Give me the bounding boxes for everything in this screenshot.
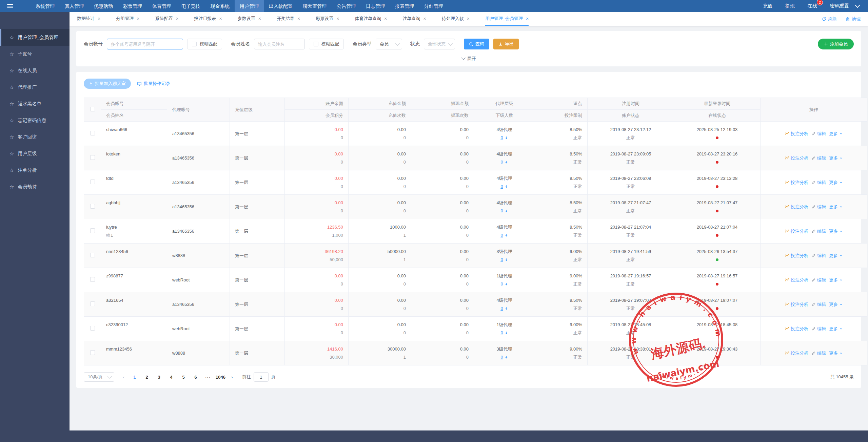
subordinates-link[interactable]: 0 <box>500 184 503 190</box>
page-number-button[interactable]: ··· <box>203 372 212 382</box>
sidebar-item[interactable]: ☆ 用户层级 <box>0 145 70 162</box>
sidebar-item[interactable]: ☆ 返水黑名单 <box>0 96 70 112</box>
nav-item[interactable]: 出入款配置 <box>264 0 298 12</box>
tab[interactable]: 注单查询 × <box>403 12 426 26</box>
page-number-button[interactable]: 6 <box>191 372 200 382</box>
subordinates-link[interactable]: 0 <box>500 257 503 263</box>
bet-analysis-link[interactable]: 投注分析 <box>785 155 808 161</box>
bet-analysis-link[interactable]: 投注分析 <box>785 326 808 332</box>
bet-analysis-link[interactable]: 投注分析 <box>785 277 808 283</box>
tab-close-icon[interactable]: × <box>526 16 529 21</box>
nav-item[interactable]: 彩票管理 <box>118 0 147 12</box>
edit-link[interactable]: 编辑 <box>811 228 826 234</box>
goto-page-input[interactable] <box>254 372 269 382</box>
checkbox-icon[interactable] <box>314 42 318 46</box>
nav-item[interactable]: 现金系统 <box>205 0 235 12</box>
select-all-checkbox[interactable] <box>90 107 95 111</box>
nav-item[interactable]: 聊天室管理 <box>298 0 332 12</box>
status-select[interactable]: 全部状态 <box>424 39 455 49</box>
batch-operation-log-link[interactable]: 批量操作记录 <box>137 81 170 87</box>
more-link[interactable]: 更多 <box>829 204 843 210</box>
nav-item[interactable]: 电子竞技 <box>176 0 205 12</box>
refresh-button[interactable]: 刷新 <box>822 16 837 22</box>
more-link[interactable]: 更多 <box>829 131 843 137</box>
hamburger-menu-icon[interactable] <box>0 4 20 8</box>
more-link[interactable]: 更多 <box>829 180 843 186</box>
tab[interactable]: 用户管理_会员管理 × <box>485 12 529 26</box>
subordinates-link[interactable]: 0 <box>500 208 503 214</box>
page-size-select[interactable]: 10条/页 <box>84 372 114 382</box>
nav-recharge-link[interactable]: 充值 <box>763 3 772 9</box>
row-checkbox[interactable] <box>90 326 95 331</box>
row-checkbox[interactable] <box>90 350 95 355</box>
page-number-button[interactable]: 1046 <box>216 372 225 382</box>
member-type-select[interactable]: 会员 <box>376 39 402 49</box>
nav-item[interactable]: 优惠活动 <box>89 0 118 12</box>
tab-close-icon[interactable]: × <box>258 16 261 21</box>
more-link[interactable]: 更多 <box>829 277 843 283</box>
bet-analysis-link[interactable]: 投注分析 <box>785 228 808 234</box>
tab[interactable]: 开奖结果 × <box>277 12 300 26</box>
member-name-input[interactable] <box>254 39 305 49</box>
row-checkbox[interactable] <box>90 253 95 257</box>
tab[interactable]: 参数设置 × <box>238 12 261 26</box>
edit-link[interactable]: 编辑 <box>811 301 826 308</box>
edit-link[interactable]: 编辑 <box>811 253 826 259</box>
bet-analysis-link[interactable]: 投注分析 <box>785 180 808 186</box>
sidebar-item[interactable]: ☆ 子账号 <box>0 46 70 62</box>
edit-link[interactable]: 编辑 <box>811 131 826 137</box>
chevron-down-icon[interactable] <box>855 3 860 8</box>
fuzzy-match-checkbox-name[interactable]: 模糊匹配 <box>309 39 344 49</box>
subordinates-link[interactable]: 0 <box>500 330 503 336</box>
prev-page-button[interactable]: ‹ <box>119 372 129 382</box>
query-button[interactable]: 查询 <box>464 39 489 49</box>
bet-analysis-link[interactable]: 投注分析 <box>785 301 808 308</box>
sidebar-item[interactable]: ☆ 用户管理_会员管理 <box>0 29 70 46</box>
more-link[interactable]: 更多 <box>829 228 843 234</box>
tab-close-icon[interactable]: × <box>137 16 139 21</box>
nav-item[interactable]: 用户管理 <box>235 0 264 12</box>
row-checkbox[interactable] <box>90 301 95 306</box>
more-link[interactable]: 更多 <box>829 253 843 259</box>
bet-analysis-link[interactable]: 投注分析 <box>785 204 808 210</box>
nav-item[interactable]: 公告管理 <box>332 0 361 12</box>
add-member-button[interactable]: 添加会员 <box>818 39 854 49</box>
tab[interactable]: 分组管理 × <box>116 12 139 26</box>
tab-close-icon[interactable]: × <box>336 16 339 21</box>
nav-reset-password-link[interactable]: 密码重置 <box>830 3 849 9</box>
sidebar-item[interactable]: ☆ 注单分析 <box>0 162 70 178</box>
tab[interactable]: 彩票设置 × <box>316 12 339 26</box>
page-number-button[interactable]: 2 <box>142 372 151 382</box>
page-number-button[interactable]: 3 <box>155 372 163 382</box>
subordinates-link[interactable]: 0 <box>500 135 503 141</box>
edit-link[interactable]: 编辑 <box>811 350 826 356</box>
tab-close-icon[interactable]: × <box>384 16 387 21</box>
subordinates-link[interactable]: 0 <box>500 306 503 312</box>
page-number-button[interactable]: 1 <box>130 372 139 382</box>
row-checkbox[interactable] <box>90 180 95 184</box>
nav-item[interactable]: 日志管理 <box>361 0 390 12</box>
page-number-button[interactable]: 4 <box>167 372 176 382</box>
tab[interactable]: 数据统计 × <box>77 12 100 26</box>
tab-close-icon[interactable]: × <box>297 16 300 21</box>
bet-analysis-link[interactable]: 投注分析 <box>785 253 808 259</box>
tab-close-icon[interactable]: × <box>467 16 470 21</box>
sidebar-item[interactable]: ☆ 会员劫持 <box>0 178 70 195</box>
export-button[interactable]: 导出 <box>493 39 519 49</box>
more-link[interactable]: 更多 <box>829 350 843 356</box>
edit-link[interactable]: 编辑 <box>811 180 826 186</box>
fuzzy-match-checkbox-account[interactable]: 模糊匹配 <box>187 39 222 49</box>
nav-item[interactable]: 真人管理 <box>60 0 89 12</box>
subordinates-link[interactable]: 0 <box>500 159 503 165</box>
tab[interactable]: 投注日报表 × <box>194 12 222 26</box>
tab-close-icon[interactable]: × <box>219 16 222 21</box>
tab-close-icon[interactable]: × <box>98 16 100 21</box>
sidebar-item[interactable]: ☆ 代理推广 <box>0 79 70 96</box>
edit-link[interactable]: 编辑 <box>811 155 826 161</box>
checkbox-icon[interactable] <box>192 42 197 46</box>
next-page-button[interactable]: › <box>227 372 237 382</box>
subordinates-link[interactable]: 0 <box>500 281 503 287</box>
nav-item[interactable]: 体育管理 <box>147 0 176 12</box>
tab[interactable]: 体育注单查询 × <box>355 12 387 26</box>
row-checkbox[interactable] <box>90 155 95 160</box>
